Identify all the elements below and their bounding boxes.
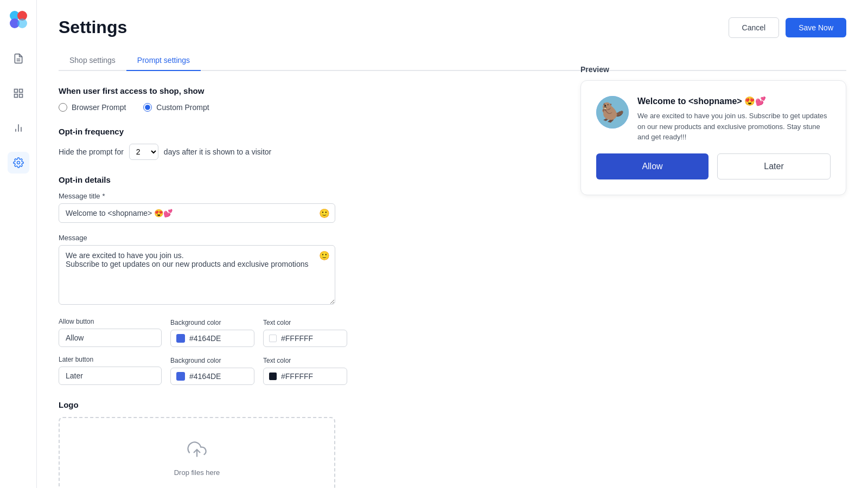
svg-point-13	[17, 162, 20, 164]
later-bg-color-label: Background color	[170, 357, 254, 364]
message-label: Message	[59, 234, 846, 242]
allow-text-swatch	[269, 335, 277, 342]
document-icon[interactable]	[8, 48, 29, 69]
allow-bg-color-picker[interactable]: #4164DE	[170, 330, 254, 347]
preview-content: Welcome to <shopname> 😍💕 We are excited …	[637, 96, 831, 143]
logo-upload-area[interactable]: Drop files here	[59, 417, 335, 488]
later-bg-color-value: #4164DE	[189, 372, 221, 381]
chart-icon[interactable]	[8, 117, 29, 139]
custom-prompt-label: Custom Prompt	[156, 103, 209, 112]
later-button-col: Later button	[59, 356, 162, 385]
allow-bg-color-label: Background color	[170, 319, 254, 326]
allow-text-color-label: Text color	[263, 319, 347, 326]
title-emoji-button[interactable]: 🙂	[319, 208, 330, 219]
browser-prompt-radio[interactable]	[59, 103, 67, 112]
allow-text-color-picker[interactable]: #FFFFFF	[263, 330, 347, 347]
later-text-color-value: #FFFFFF	[281, 372, 313, 381]
svg-point-3	[17, 18, 27, 28]
later-button-input[interactable]	[59, 367, 162, 385]
message-textarea[interactable]: We are excited to have you join us. Subs…	[59, 245, 335, 305]
message-field: Message We are excited to have you join …	[59, 234, 846, 307]
preview-avatar: 🦫	[596, 96, 629, 129]
top-actions: Cancel Save Now	[729, 17, 846, 38]
allow-button-col: Allow button	[59, 318, 162, 347]
radio-browser-prompt[interactable]: Browser Prompt	[59, 103, 126, 112]
required-asterisk: *	[103, 192, 105, 200]
later-text-color-label: Text color	[263, 357, 347, 364]
app-logo	[8, 9, 29, 30]
later-text-swatch	[269, 373, 277, 380]
message-emoji-button[interactable]: 🙂	[319, 251, 330, 261]
allow-text-color-value: #FFFFFF	[281, 334, 313, 343]
preview-title: Welcome to <shopname> 😍💕	[637, 96, 831, 106]
frequency-days-select[interactable]: 2 1 3 5 7 14 30	[129, 144, 158, 160]
radio-custom-prompt[interactable]: Custom Prompt	[143, 103, 209, 112]
svg-rect-9	[19, 94, 22, 98]
allow-text-color-col: Text color #FFFFFF	[263, 319, 347, 347]
preview-panel: Preview 🦫 Welcome to <shopname> 😍💕 We ar…	[580, 65, 846, 195]
svg-rect-6	[14, 89, 17, 93]
logo-section: Logo Drop files here	[59, 400, 846, 488]
allow-bg-swatch	[176, 334, 185, 343]
frequency-before-text: Hide the prompt for	[59, 147, 124, 156]
logo-label: Logo	[59, 400, 846, 409]
message-textarea-wrapper: We are excited to have you join us. Subs…	[59, 245, 335, 307]
later-bg-color-picker[interactable]: #4164DE	[170, 368, 254, 385]
allow-bg-color-col: Background color #4164DE	[170, 319, 254, 347]
message-title-input[interactable]	[59, 203, 335, 223]
cancel-button[interactable]: Cancel	[729, 17, 780, 38]
preview-card: 🦫 Welcome to <shopname> 😍💕 We are excite…	[580, 80, 846, 195]
preview-message: We are excited to have you join us. Subs…	[637, 111, 831, 143]
settings-icon[interactable]	[8, 152, 29, 174]
upload-text: Drop files here	[174, 468, 220, 477]
svg-rect-8	[14, 94, 17, 98]
preview-later-button[interactable]: Later	[717, 153, 831, 179]
preview-label: Preview	[580, 65, 846, 74]
allow-button-config-row: Allow button Background color #4164DE Te…	[59, 318, 846, 347]
message-title-wrapper: 🙂	[59, 203, 335, 223]
svg-rect-7	[19, 89, 22, 93]
later-text-color-col: Text color #FFFFFF	[263, 357, 347, 385]
upload-icon	[187, 440, 207, 463]
allow-button-input[interactable]	[59, 329, 162, 347]
main-content: Settings Shop settings Prompt settings C…	[37, 0, 868, 488]
grid-icon[interactable]	[8, 82, 29, 104]
frequency-after-text: days after it is shown to a visitor	[164, 147, 271, 156]
tab-shop-settings[interactable]: Shop settings	[59, 50, 126, 71]
allow-bg-color-value: #4164DE	[189, 334, 221, 343]
later-button-label: Later button	[59, 356, 162, 363]
preview-allow-button[interactable]: Allow	[596, 153, 709, 179]
save-button[interactable]: Save Now	[786, 18, 846, 37]
svg-text:🦫: 🦫	[601, 101, 624, 124]
allow-button-label: Allow button	[59, 318, 162, 325]
preview-buttons: Allow Later	[596, 153, 831, 179]
later-bg-color-col: Background color #4164DE	[170, 357, 254, 385]
opt-in-details-section: Opt-in details Message title * 🙂 Message…	[59, 175, 846, 385]
message-title-field: Message title * 🙂	[59, 192, 846, 223]
tab-prompt-settings[interactable]: Prompt settings	[126, 50, 201, 71]
custom-prompt-radio[interactable]	[143, 103, 152, 112]
later-text-color-picker[interactable]: #FFFFFF	[263, 368, 347, 385]
sidebar	[0, 0, 37, 488]
preview-header: 🦫 Welcome to <shopname> 😍💕 We are excite…	[596, 96, 831, 143]
later-bg-swatch	[176, 372, 185, 381]
later-button-config-row: Later button Background color #4164DE Te…	[59, 356, 846, 385]
browser-prompt-label: Browser Prompt	[72, 103, 126, 112]
